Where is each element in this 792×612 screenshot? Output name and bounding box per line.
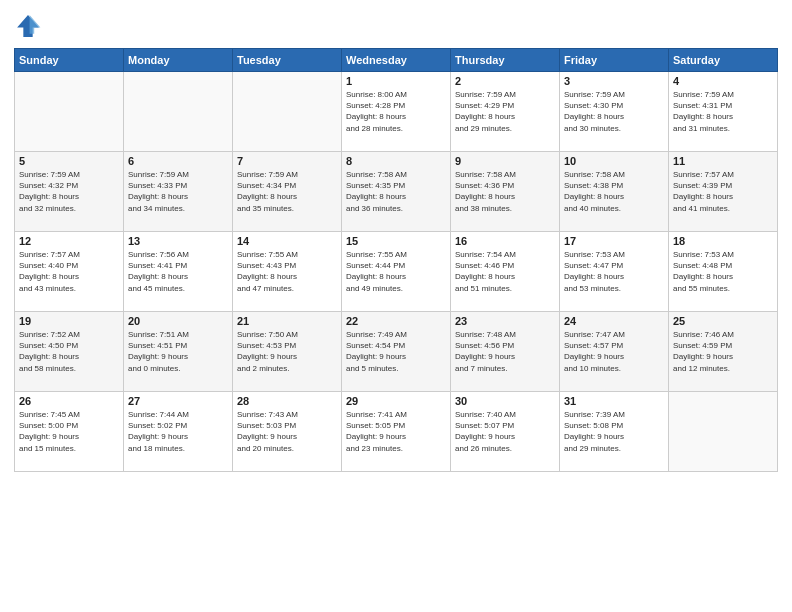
day-number: 8 [346,155,446,167]
day-cell [15,72,124,152]
day-info: Sunrise: 7:55 AM Sunset: 4:43 PM Dayligh… [237,249,337,294]
header-row: SundayMondayTuesdayWednesdayThursdayFrid… [15,49,778,72]
day-number: 29 [346,395,446,407]
header [14,12,778,40]
day-cell: 18Sunrise: 7:53 AM Sunset: 4:48 PM Dayli… [669,232,778,312]
day-info: Sunrise: 7:43 AM Sunset: 5:03 PM Dayligh… [237,409,337,454]
day-cell: 12Sunrise: 7:57 AM Sunset: 4:40 PM Dayli… [15,232,124,312]
day-cell: 30Sunrise: 7:40 AM Sunset: 5:07 PM Dayli… [451,392,560,472]
day-number: 27 [128,395,228,407]
day-info: Sunrise: 7:59 AM Sunset: 4:31 PM Dayligh… [673,89,773,134]
day-info: Sunrise: 7:39 AM Sunset: 5:08 PM Dayligh… [564,409,664,454]
day-info: Sunrise: 7:45 AM Sunset: 5:00 PM Dayligh… [19,409,119,454]
day-info: Sunrise: 7:51 AM Sunset: 4:51 PM Dayligh… [128,329,228,374]
header-cell-saturday: Saturday [669,49,778,72]
day-info: Sunrise: 7:58 AM Sunset: 4:36 PM Dayligh… [455,169,555,214]
calendar-table: SundayMondayTuesdayWednesdayThursdayFrid… [14,48,778,472]
day-number: 3 [564,75,664,87]
day-info: Sunrise: 7:59 AM Sunset: 4:33 PM Dayligh… [128,169,228,214]
day-number: 28 [237,395,337,407]
header-cell-thursday: Thursday [451,49,560,72]
day-cell: 16Sunrise: 7:54 AM Sunset: 4:46 PM Dayli… [451,232,560,312]
day-cell: 8Sunrise: 7:58 AM Sunset: 4:35 PM Daylig… [342,152,451,232]
day-cell: 25Sunrise: 7:46 AM Sunset: 4:59 PM Dayli… [669,312,778,392]
day-number: 22 [346,315,446,327]
day-cell: 9Sunrise: 7:58 AM Sunset: 4:36 PM Daylig… [451,152,560,232]
day-number: 30 [455,395,555,407]
day-number: 23 [455,315,555,327]
day-info: Sunrise: 7:57 AM Sunset: 4:39 PM Dayligh… [673,169,773,214]
day-cell: 2Sunrise: 7:59 AM Sunset: 4:29 PM Daylig… [451,72,560,152]
day-cell: 31Sunrise: 7:39 AM Sunset: 5:08 PM Dayli… [560,392,669,472]
day-number: 16 [455,235,555,247]
header-cell-tuesday: Tuesday [233,49,342,72]
day-info: Sunrise: 7:58 AM Sunset: 4:35 PM Dayligh… [346,169,446,214]
header-cell-friday: Friday [560,49,669,72]
day-cell: 10Sunrise: 7:58 AM Sunset: 4:38 PM Dayli… [560,152,669,232]
day-number: 5 [19,155,119,167]
day-number: 4 [673,75,773,87]
day-cell [233,72,342,152]
logo [14,12,46,40]
day-number: 31 [564,395,664,407]
day-number: 14 [237,235,337,247]
day-cell: 22Sunrise: 7:49 AM Sunset: 4:54 PM Dayli… [342,312,451,392]
header-cell-wednesday: Wednesday [342,49,451,72]
week-row-2: 5Sunrise: 7:59 AM Sunset: 4:32 PM Daylig… [15,152,778,232]
svg-marker-1 [30,15,41,34]
day-number: 19 [19,315,119,327]
day-number: 11 [673,155,773,167]
day-cell: 14Sunrise: 7:55 AM Sunset: 4:43 PM Dayli… [233,232,342,312]
day-info: Sunrise: 7:44 AM Sunset: 5:02 PM Dayligh… [128,409,228,454]
day-number: 9 [455,155,555,167]
day-cell [669,392,778,472]
day-cell: 6Sunrise: 7:59 AM Sunset: 4:33 PM Daylig… [124,152,233,232]
day-number: 13 [128,235,228,247]
day-info: Sunrise: 7:52 AM Sunset: 4:50 PM Dayligh… [19,329,119,374]
day-cell: 11Sunrise: 7:57 AM Sunset: 4:39 PM Dayli… [669,152,778,232]
day-number: 10 [564,155,664,167]
header-cell-sunday: Sunday [15,49,124,72]
day-info: Sunrise: 7:49 AM Sunset: 4:54 PM Dayligh… [346,329,446,374]
day-number: 2 [455,75,555,87]
day-info: Sunrise: 7:40 AM Sunset: 5:07 PM Dayligh… [455,409,555,454]
header-cell-monday: Monday [124,49,233,72]
day-number: 15 [346,235,446,247]
week-row-5: 26Sunrise: 7:45 AM Sunset: 5:00 PM Dayli… [15,392,778,472]
day-number: 7 [237,155,337,167]
day-cell: 26Sunrise: 7:45 AM Sunset: 5:00 PM Dayli… [15,392,124,472]
day-info: Sunrise: 7:56 AM Sunset: 4:41 PM Dayligh… [128,249,228,294]
day-info: Sunrise: 7:59 AM Sunset: 4:32 PM Dayligh… [19,169,119,214]
day-info: Sunrise: 8:00 AM Sunset: 4:28 PM Dayligh… [346,89,446,134]
day-cell: 27Sunrise: 7:44 AM Sunset: 5:02 PM Dayli… [124,392,233,472]
day-number: 25 [673,315,773,327]
day-info: Sunrise: 7:59 AM Sunset: 4:34 PM Dayligh… [237,169,337,214]
day-cell: 4Sunrise: 7:59 AM Sunset: 4:31 PM Daylig… [669,72,778,152]
day-number: 12 [19,235,119,247]
day-cell: 23Sunrise: 7:48 AM Sunset: 4:56 PM Dayli… [451,312,560,392]
day-number: 1 [346,75,446,87]
day-cell: 29Sunrise: 7:41 AM Sunset: 5:05 PM Dayli… [342,392,451,472]
day-cell: 7Sunrise: 7:59 AM Sunset: 4:34 PM Daylig… [233,152,342,232]
day-cell: 21Sunrise: 7:50 AM Sunset: 4:53 PM Dayli… [233,312,342,392]
day-info: Sunrise: 7:59 AM Sunset: 4:29 PM Dayligh… [455,89,555,134]
day-cell: 24Sunrise: 7:47 AM Sunset: 4:57 PM Dayli… [560,312,669,392]
logo-icon [14,12,42,40]
day-number: 6 [128,155,228,167]
day-number: 26 [19,395,119,407]
day-info: Sunrise: 7:41 AM Sunset: 5:05 PM Dayligh… [346,409,446,454]
day-number: 20 [128,315,228,327]
page: SundayMondayTuesdayWednesdayThursdayFrid… [0,0,792,612]
day-info: Sunrise: 7:46 AM Sunset: 4:59 PM Dayligh… [673,329,773,374]
day-number: 21 [237,315,337,327]
day-info: Sunrise: 7:53 AM Sunset: 4:47 PM Dayligh… [564,249,664,294]
day-info: Sunrise: 7:54 AM Sunset: 4:46 PM Dayligh… [455,249,555,294]
day-cell: 19Sunrise: 7:52 AM Sunset: 4:50 PM Dayli… [15,312,124,392]
day-info: Sunrise: 7:57 AM Sunset: 4:40 PM Dayligh… [19,249,119,294]
day-info: Sunrise: 7:48 AM Sunset: 4:56 PM Dayligh… [455,329,555,374]
day-number: 18 [673,235,773,247]
day-cell [124,72,233,152]
day-cell: 3Sunrise: 7:59 AM Sunset: 4:30 PM Daylig… [560,72,669,152]
day-info: Sunrise: 7:47 AM Sunset: 4:57 PM Dayligh… [564,329,664,374]
day-cell: 1Sunrise: 8:00 AM Sunset: 4:28 PM Daylig… [342,72,451,152]
